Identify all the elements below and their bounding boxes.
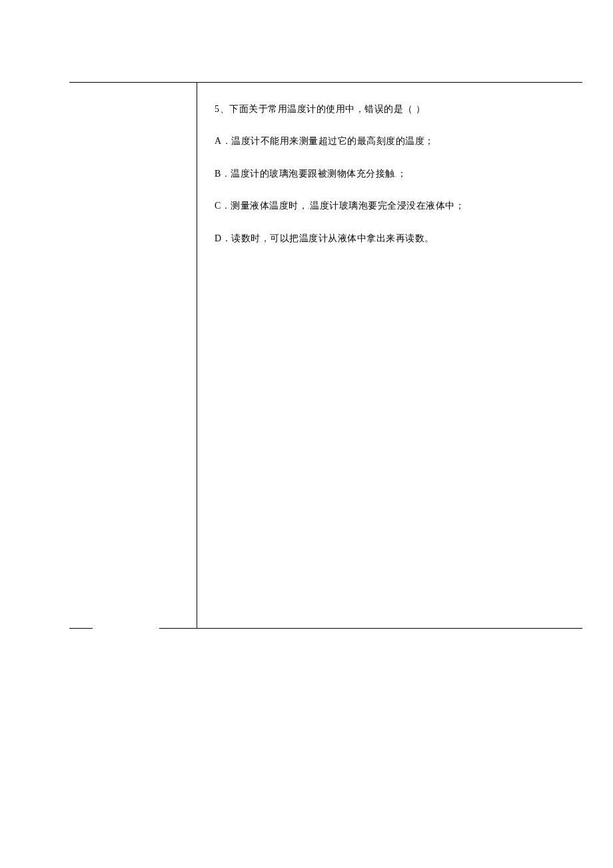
- top-border: [69, 82, 582, 83]
- question-number: 5、: [215, 104, 229, 114]
- option-c-prefix: C．测量液体温度时，: [215, 201, 308, 211]
- question-text: 下面关于常用温度计的使用中，错误的是（ ）: [229, 104, 425, 114]
- option-a: A．温度计不能用来测量超过它的最高刻度的温度；: [215, 134, 574, 149]
- option-c: C．测量液体温度时，.温度计玻璃泡要完全浸没在液体中；: [215, 199, 574, 213]
- bottom-border-right: [159, 628, 582, 629]
- question-content: 5、下面关于常用温度计的使用中，错误的是（ ） A．温度计不能用来测量超过它的最…: [215, 102, 574, 263]
- option-b-prefix: B．温度计的玻璃泡要跟被测物体充分接触: [215, 169, 395, 179]
- document-frame: 5、下面关于常用温度计的使用中，错误的是（ ） A．温度计不能用来测量超过它的最…: [69, 82, 582, 629]
- option-b: B．温度计的玻璃泡要跟被测物体充分接触.；: [215, 167, 574, 181]
- option-d: D．读数时，可以把温度计从液体中拿出来再读数。: [215, 231, 574, 246]
- option-c-suffix: 温度计玻璃泡要完全浸没在液体中；: [310, 201, 464, 211]
- option-b-suffix: ；: [397, 169, 407, 179]
- vertical-divider: [197, 82, 197, 629]
- question-stem: 5、下面关于常用温度计的使用中，错误的是（ ）: [215, 102, 574, 117]
- bottom-border-left: [69, 628, 93, 629]
